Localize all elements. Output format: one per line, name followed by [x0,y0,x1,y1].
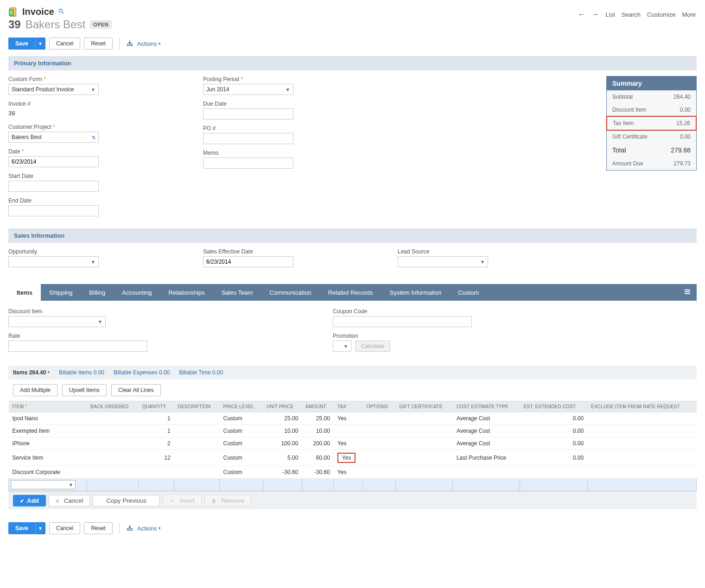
po-input[interactable] [203,133,293,144]
date-input[interactable] [8,156,99,167]
col-extcost[interactable]: Est. Extended Cost [520,401,587,412]
svg-rect-8 [685,289,690,290]
nav-customize[interactable]: Customize [647,11,675,18]
nav-more[interactable]: More [682,11,696,18]
actions-menu[interactable]: Actions▾ [137,40,161,47]
tab-items[interactable]: Items [8,284,41,301]
footer-save-dropdown-icon[interactable]: ▾ [35,522,45,534]
coupon-label: Coupon Code [333,308,472,315]
svg-rect-9 [685,291,690,292]
col-amount[interactable]: Amount [302,401,333,412]
table-row[interactable]: Discount CorporateCustom-30.60-30.60Yes [9,466,697,479]
table-row[interactable]: iPhone2Custom100.00200.00YesAverage Cost… [9,437,697,450]
tab-system-information[interactable]: System Information [381,284,450,301]
col-backordered[interactable]: Back Ordered [87,401,138,412]
col-exclude[interactable]: Exclude Item From Rate Request [587,401,696,412]
separator [119,38,120,49]
col-costtype[interactable]: Cost Estimate Type [453,401,520,412]
effective-label: Sales Effective Date [203,248,379,255]
clear-lines-button[interactable]: Clear All Lines [111,384,161,396]
opportunity-label: Opportunity [8,248,184,255]
reset-button[interactable]: Reset [84,38,112,50]
footer-save-button[interactable]: Save [8,522,35,534]
summary-gift-value: 0.00 [680,133,691,140]
record-number: 39 [8,18,21,31]
add-multiple-button[interactable]: Add Multiple [13,384,57,396]
tab-accounting[interactable]: Accounting [114,284,160,301]
tab-menu-icon[interactable] [678,288,697,297]
invoice-icon [8,7,19,17]
row-copy-button[interactable]: Copy Previous [93,495,160,506]
section-primary-info: Primary Information [8,56,697,70]
summary-discount-label: Discount Item [612,107,646,113]
promotion-select[interactable]: ▼ [333,341,351,352]
end-date-input[interactable] [8,205,99,216]
search-icon[interactable] [58,8,64,16]
new-item-select[interactable]: ▼ [11,480,76,489]
footer-reset-button[interactable]: Reset [84,522,112,534]
nav-list[interactable]: List [606,11,615,18]
customer-select[interactable]: Bakers Best⇅ [8,132,99,143]
save-button[interactable]: Save [8,38,35,50]
nav-search[interactable]: Search [622,11,641,18]
opportunity-select[interactable]: ▼ [8,256,99,267]
summary-title: Summary [607,76,696,90]
svg-point-5 [59,9,62,12]
col-item[interactable]: Item [9,401,87,412]
tab-shipping[interactable]: Shipping [41,284,81,301]
col-desc[interactable]: Description [174,401,220,412]
actions-icon[interactable] [126,39,133,48]
due-label: Due Date [203,101,379,107]
global-nav: ← → List Search Customize More [578,10,696,19]
col-gift[interactable]: Gift Certificate [395,401,453,412]
promotion-label: Promotion [333,333,472,339]
posting-select[interactable]: Jun 2014▼ [203,84,293,95]
col-unitprice[interactable]: Unit Price [263,401,302,412]
custom-form-select[interactable]: Standard Product Invoice▼ [8,84,99,95]
tab-bar: ItemsShippingBillingAccountingRelationsh… [8,284,697,301]
footer-actions-icon[interactable] [126,524,133,533]
new-line-row[interactable]: ▼ [9,479,697,491]
start-date-input[interactable] [8,181,99,192]
nav-back-icon[interactable]: ← [578,10,585,19]
effective-input[interactable] [203,256,293,267]
table-row[interactable]: Service Item12Custom5.0060.00YesLast Pur… [9,450,697,466]
row-add-button[interactable]: Add [13,495,46,506]
col-pricelevel[interactable]: Price Level [220,401,263,412]
end-date-label: End Date [8,197,184,204]
separator [119,523,120,533]
table-row[interactable]: Ipod Nano1Custom25.0025.00YesAverage Cos… [9,412,697,425]
tab-billing[interactable]: Billing [81,284,114,301]
discount-item-select[interactable]: ▼ [8,316,106,327]
footer-cancel-button[interactable]: Cancel [49,522,80,534]
start-date-label: Start Date [8,173,184,179]
items-summary-bar: Items 264.40 • Billable Items 0.00 Billa… [8,366,697,379]
tab-custom[interactable]: Custom [450,284,487,301]
footer-actions-menu[interactable]: Actions▾ [137,525,161,532]
lead-select[interactable]: ▼ [398,256,488,267]
coupon-input[interactable] [333,316,472,327]
summary-discount-value: 0.00 [680,107,691,113]
tab-relationships[interactable]: Relationships [160,284,213,301]
cancel-button[interactable]: Cancel [49,38,80,50]
col-tax[interactable]: Tax [334,401,363,412]
due-input[interactable] [203,108,293,120]
billable-expenses-link[interactable]: Billable Expenses 0.00 [114,369,170,376]
memo-input[interactable] [203,158,293,169]
calculate-button[interactable]: Calculate [355,341,390,352]
tab-related-records[interactable]: Related Records [320,284,381,301]
table-row[interactable]: Exempted Item1Custom10.0010.00Average Co… [9,425,697,437]
upsell-button[interactable]: Upsell Items [62,384,107,396]
nav-forward-icon[interactable]: → [592,10,599,19]
tab-sales-team[interactable]: Sales Team [213,284,261,301]
summary-due-value: 279.73 [673,160,691,167]
svg-rect-11 [127,529,132,530]
billable-time-link[interactable]: Billable Time 0.00 [179,369,223,376]
tab-communication[interactable]: Communication [261,284,319,301]
col-options[interactable]: Options [363,401,396,412]
col-qty[interactable]: Quantity [138,401,174,412]
save-dropdown-icon[interactable]: ▾ [35,38,45,50]
rate-input[interactable] [8,341,147,352]
row-cancel-button[interactable]: Cancel [49,495,90,506]
billable-items-link[interactable]: Billable Items 0.00 [59,369,104,376]
